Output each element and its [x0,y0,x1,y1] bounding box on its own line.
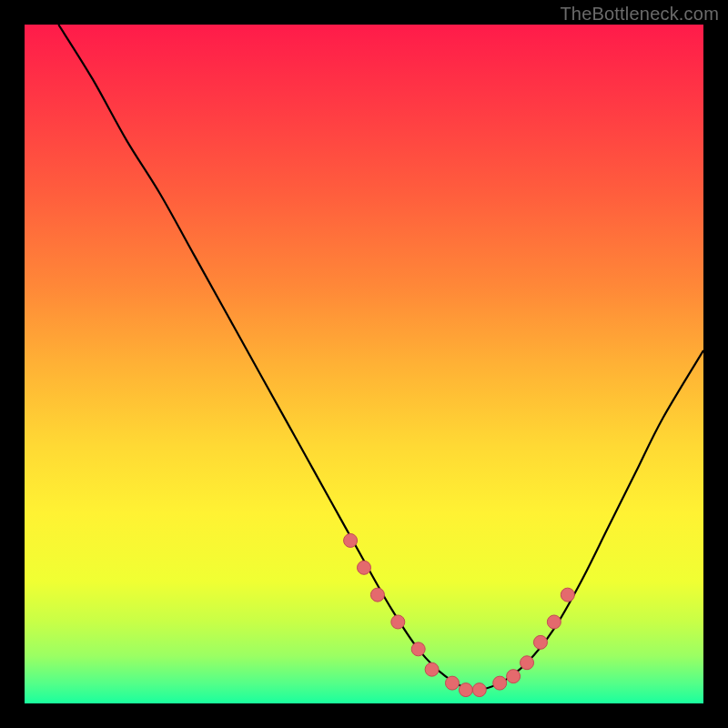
marker-point [370,588,384,602]
marker-point [493,676,507,690]
marker-point [411,642,425,656]
marker-point [391,615,405,629]
marker-point [472,683,486,697]
marker-point [533,635,547,649]
plot-area [25,25,703,703]
chart-frame: TheBottleneck.com [0,0,728,728]
marker-point [459,683,472,697]
gradient-background [25,25,703,703]
marker-point [547,615,561,629]
marker-point [561,588,574,602]
watermark-text: TheBottleneck.com [560,4,719,25]
marker-point [344,533,358,547]
marker-point [445,676,459,690]
marker-point [507,670,521,683]
marker-point [358,561,371,574]
chart-svg [25,25,703,703]
marker-point [425,662,439,676]
marker-point [521,656,534,670]
